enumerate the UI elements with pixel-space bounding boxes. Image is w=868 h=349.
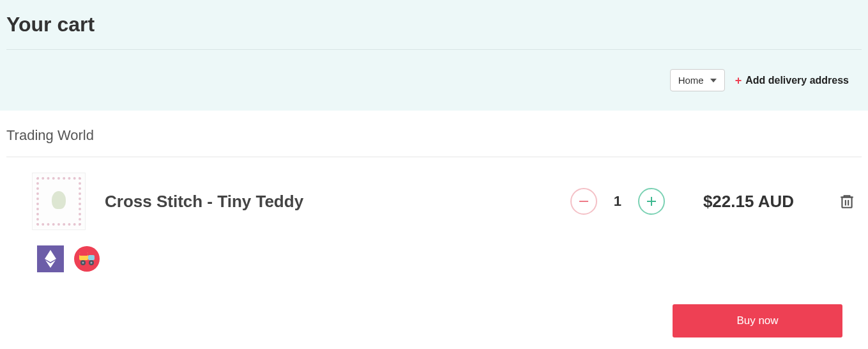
svg-point-12 — [82, 262, 84, 264]
vendor-name: Trading World — [6, 122, 862, 157]
item-price: $22.15 AUD — [703, 192, 794, 212]
svg-rect-2 — [647, 201, 656, 202]
minus-icon — [579, 201, 588, 202]
buy-now-button[interactable]: Buy now — [673, 304, 842, 337]
badge-row — [6, 245, 862, 291]
plus-icon — [647, 197, 656, 206]
quantity-stepper: 1 — [570, 188, 665, 215]
remove-item-button[interactable] — [839, 193, 855, 210]
delivery-truck-icon — [78, 251, 96, 267]
svg-rect-9 — [79, 252, 88, 256]
svg-rect-0 — [579, 201, 588, 202]
page-title: Your cart — [6, 6, 862, 49]
ethereum-badge[interactable] — [37, 245, 64, 272]
svg-rect-3 — [842, 198, 851, 208]
caret-down-icon — [710, 79, 717, 82]
svg-rect-10 — [88, 255, 95, 260]
buy-row: Buy now — [6, 291, 862, 349]
svg-marker-6 — [45, 250, 56, 262]
plus-icon: + — [735, 75, 742, 86]
delivery-badge[interactable] — [74, 246, 100, 272]
trash-icon — [839, 193, 855, 210]
decrement-button[interactable] — [570, 188, 597, 215]
svg-point-14 — [91, 262, 93, 264]
dropdown-selected-label: Home — [678, 75, 704, 86]
increment-button[interactable] — [638, 188, 665, 215]
add-address-label: Add delivery address — [745, 75, 849, 86]
quantity-value: 1 — [614, 193, 621, 210]
delivery-address-dropdown[interactable]: Home — [670, 69, 725, 91]
product-name[interactable]: Cross Stitch - Tiny Teddy — [105, 192, 551, 212]
delivery-bar: Home + Add delivery address — [6, 50, 862, 111]
ethereum-icon — [44, 250, 57, 268]
add-delivery-address-button[interactable]: + Add delivery address — [735, 75, 849, 86]
product-thumbnail[interactable] — [32, 173, 86, 230]
cart-item-row: Cross Stitch - Tiny Teddy 1 $22.15 AUD — [6, 157, 862, 245]
